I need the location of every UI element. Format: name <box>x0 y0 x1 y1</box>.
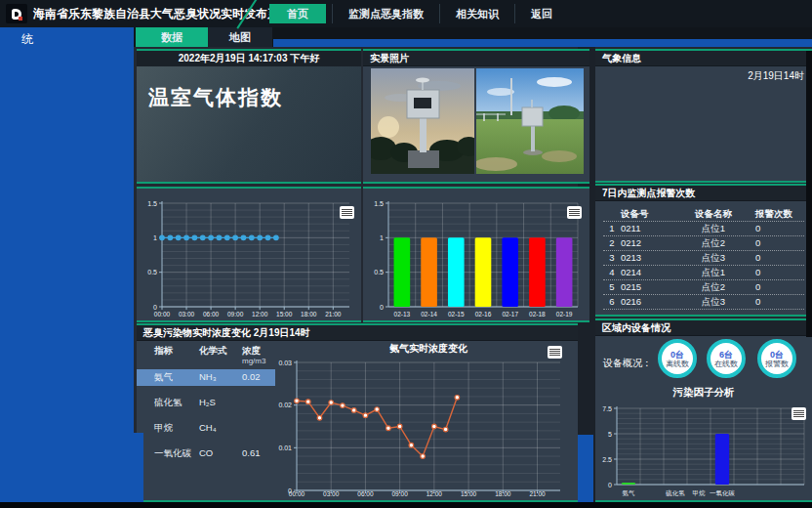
daily-index-bar-chart[interactable]: 00.511.502-1302-1402-1502-1602-1702-1802… <box>363 190 586 319</box>
svg-text:06:00: 06:00 <box>357 490 374 497</box>
svg-text:1: 1 <box>153 234 157 241</box>
weather-panel-title: 气象信息 <box>595 51 812 66</box>
site-photo-field <box>476 68 584 174</box>
chart-menu-icon[interactable] <box>340 206 354 219</box>
table-row[interactable]: 6 0216 点位3 0 <box>603 295 804 310</box>
pollutants-panel-title: 恶臭污染物实时浓度变化 2月19日14时 <box>137 325 578 341</box>
svg-text:06:00: 06:00 <box>203 311 220 318</box>
svg-text:0.02: 0.02 <box>278 402 292 408</box>
svg-text:02-19: 02-19 <box>556 311 573 318</box>
nav-odor-index[interactable]: 监测点恶臭指数 <box>332 4 439 23</box>
alarms-panel-title: 7日内监测点报警次数 <box>595 186 812 201</box>
svg-text:0.5: 0.5 <box>374 269 384 275</box>
alarms-panel: 7日内监测点报警次数 设备号 设备名称 报警次数 1 0211 点位1 0 2 … <box>595 184 812 317</box>
photo-row <box>371 68 584 174</box>
svg-text:0: 0 <box>608 482 612 488</box>
svg-text:21:00: 21:00 <box>325 311 342 318</box>
logo <box>6 4 27 23</box>
svg-text:02-13: 02-13 <box>394 311 411 318</box>
top-header: 海南省乐东黎族自治县大气恶臭状况实时发布系 首页 监测点恶臭指数 相关知识 返回 <box>0 0 812 27</box>
svg-text:5: 5 <box>608 431 612 438</box>
table-row[interactable]: 1 0211 点位1 0 <box>603 222 804 236</box>
pollution-factor-title: 污染因子分析 <box>595 386 812 400</box>
table-row[interactable]: 4 0214 点位1 0 <box>603 266 804 280</box>
svg-text:氨气实时浓度变化: 氨气实时浓度变化 <box>388 343 468 354</box>
pollutant-row[interactable]: 甲烷 CH₄ <box>137 420 275 437</box>
ammonia-concentration-chart[interactable]: 00.010.020.0300:0003:0006:0009:0012:0015… <box>275 341 576 499</box>
col-alarm-count: 报警次数 <box>755 207 804 221</box>
col-device-no: 设备号 <box>621 207 671 221</box>
chart-menu-icon[interactable] <box>792 407 806 420</box>
photos-panel-title: 实景照片 <box>363 51 589 66</box>
nav-home[interactable]: 首页 <box>269 4 326 23</box>
svg-text:0: 0 <box>380 304 384 311</box>
chart-menu-icon[interactable] <box>548 346 562 359</box>
svg-text:氨气: 氨气 <box>623 489 636 496</box>
online-count-circle: 6台 在线数 <box>707 339 746 378</box>
pollutants-panel-body: 指标 化学式 浓度 mg/m3 氨气 NH₃ 0.02 硫化氢 H₂S <box>137 341 578 501</box>
svg-text:7.5: 7.5 <box>602 405 612 412</box>
svg-text:09:00: 09:00 <box>392 490 409 497</box>
tab-map[interactable]: 地图 <box>208 27 272 47</box>
greeting-panel-body: 2022年2月19日 14:17:03 下午好 温室气体指数 <box>137 51 361 182</box>
nav-back[interactable]: 返回 <box>514 4 568 23</box>
pollutant-row[interactable]: 一氧化碳 CO 0.61 <box>137 445 275 462</box>
main-nav: 首页 监测点恶臭指数 相关知识 返回 <box>269 4 568 23</box>
svg-text:12:00: 12:00 <box>252 311 268 318</box>
tab-data[interactable]: 数据 <box>136 27 208 47</box>
greenhouse-index-chart[interactable]: 00.511.500:0003:0006:0009:0012:0015:0018… <box>137 190 357 319</box>
pollutants-panel: 恶臭污染物实时浓度变化 2月19日14时 指标 化学式 浓度 mg/m3 氨气 … <box>137 323 578 502</box>
weather-time-label: 2月19日14时 <box>595 66 812 86</box>
chart-menu-icon[interactable] <box>567 206 582 219</box>
svg-text:甲烷: 甲烷 <box>693 489 707 496</box>
svg-text:1: 1 <box>380 234 384 241</box>
table-row[interactable]: 3 0213 点位3 0 <box>603 251 804 266</box>
pollution-factor-chart[interactable]: 02.557.5氨气硫化氢甲烷一氧化碳 <box>597 403 810 498</box>
pollutant-row[interactable]: 硫化氢 H₂S <box>137 395 275 411</box>
offline-count-circle: 0台 离线数 <box>658 339 697 378</box>
svg-text:15:00: 15:00 <box>276 311 293 318</box>
title-wrapped-char: 统 <box>21 32 33 46</box>
svg-text:0.03: 0.03 <box>278 360 292 366</box>
app-title: 海南省乐东黎族自治县大气恶臭状况实时发布系 <box>33 0 279 27</box>
mid-blue-strip <box>578 435 593 502</box>
svg-text:02-15: 02-15 <box>448 311 465 318</box>
bottom-left-blue-block <box>0 433 143 502</box>
datetime-label: 2022年2月19日 14:17:03 下午好 <box>137 51 361 66</box>
table-row[interactable]: 5 0215 点位2 0 <box>603 280 804 295</box>
photos-panel: 实景照片 <box>363 49 589 184</box>
greeting-panel: 2022年2月19日 14:17:03 下午好 温室气体指数 <box>137 49 361 184</box>
svg-text:18:00: 18:00 <box>301 311 317 318</box>
dashboard: 海南省乐东黎族自治县大气恶臭状况实时发布系 首页 监测点恶臭指数 相关知识 返回… <box>0 0 812 508</box>
svg-text:00:00: 00:00 <box>154 311 171 318</box>
svg-text:0.5: 0.5 <box>147 269 157 275</box>
devices-panel-title: 区域内设备情况 <box>595 320 812 336</box>
svg-text:02-17: 02-17 <box>502 311 518 318</box>
svg-text:02-14: 02-14 <box>421 311 437 318</box>
svg-text:18:00: 18:00 <box>495 490 511 497</box>
svg-text:0: 0 <box>153 304 157 311</box>
alarms-table-header: 设备号 设备名称 报警次数 <box>603 207 804 222</box>
svg-text:15:00: 15:00 <box>461 490 477 497</box>
pollutant-row-selected[interactable]: 氨气 NH₃ 0.02 <box>137 369 275 386</box>
svg-text:03:00: 03:00 <box>179 311 195 318</box>
pollutants-table-header: 指标 化学式 浓度 mg/m3 <box>137 341 275 365</box>
svg-text:02-18: 02-18 <box>529 311 546 318</box>
greenhouse-gas-index-headline: 温室气体指数 <box>148 84 361 111</box>
bottom-edge-strip <box>0 502 812 508</box>
svg-text:1.5: 1.5 <box>147 200 157 207</box>
col-device-name: 设备名称 <box>671 207 755 221</box>
svg-text:09:00: 09:00 <box>227 311 244 318</box>
pollutants-table: 指标 化学式 浓度 mg/m3 氨气 NH₃ 0.02 硫化氢 H₂S <box>137 341 275 462</box>
blue-strip-decoration <box>273 39 812 47</box>
table-row[interactable]: 2 0212 点位2 0 <box>603 236 804 251</box>
devices-panel: 区域内设备情况 设备概况： 0台 离线数 6台 在线数 0台 报警数 污染因子分… <box>595 318 812 502</box>
nav-knowledge[interactable]: 相关知识 <box>439 4 514 23</box>
logo-icon <box>12 9 21 20</box>
col-formula: 化学式 <box>199 345 242 365</box>
svg-text:21:00: 21:00 <box>529 490 546 497</box>
sidebar: 统 <box>0 27 134 502</box>
tab-bar: 数据 地图 <box>134 27 812 47</box>
site-photo-sunset <box>371 68 474 174</box>
svg-text:0.01: 0.01 <box>278 444 292 451</box>
